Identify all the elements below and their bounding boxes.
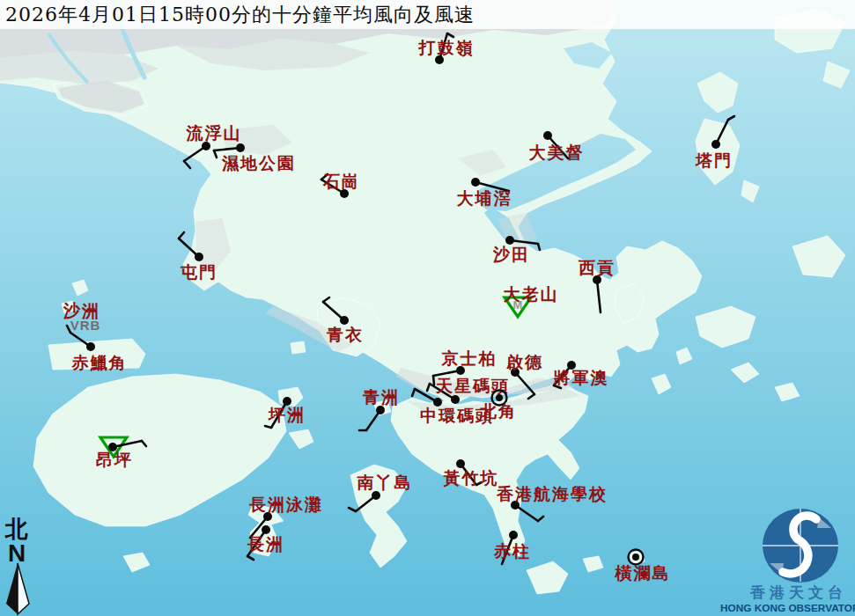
station-label-kai-tak: 啟德 bbox=[505, 352, 543, 371]
north-compass: 北 N bbox=[4, 516, 29, 614]
hko-logo-chinese-name: 香港天文台 bbox=[749, 583, 847, 601]
station-label-cheung-chau-beach: 長洲泳灘 bbox=[248, 495, 323, 514]
station-dot bbox=[509, 531, 518, 539]
station-label-ta-kwu-ling: 打鼓嶺 bbox=[418, 38, 475, 57]
island-ma-wan bbox=[291, 341, 306, 354]
station-label-sha-tin: 沙田 bbox=[492, 245, 530, 264]
station-label-stanley: 赤柱 bbox=[493, 541, 531, 561]
station-label-tap-mun: 塔門 bbox=[695, 150, 733, 170]
station-label-tai-mei-tuk: 大美督 bbox=[529, 143, 585, 162]
station-label-cheung-chau: 長洲 bbox=[247, 534, 284, 554]
station-label-star-ferry-pier: 天星碼頭 bbox=[435, 376, 510, 395]
station-label-tai-po-kau: 大埔滘 bbox=[457, 188, 512, 208]
map-title: 2026年4月01日15時00分的十分鐘平均風向及風速 bbox=[0, 0, 855, 29]
station-label-shek-kong: 石崗 bbox=[322, 172, 360, 191]
station-label-tuen-mun: 屯門 bbox=[180, 262, 217, 282]
station-dot bbox=[262, 525, 270, 534]
station-dot bbox=[340, 316, 349, 325]
station-sub-sha-chau: VRB bbox=[70, 318, 101, 333]
compass-n-label: N bbox=[8, 539, 26, 567]
station-label-wetland-park: 濕地公園 bbox=[221, 153, 296, 172]
station-dot bbox=[451, 395, 460, 404]
station-dot bbox=[202, 142, 210, 150]
station-label-sai-kung: 西貢 bbox=[578, 258, 615, 277]
station-label-kings-park: 京士柏 bbox=[441, 348, 498, 368]
wind-map-page: 打鼓嶺流浮山濕地公園石崗屯門大美督塔門大埔滘沙田西貢M大老山沙洲VRB赤鱲角青衣… bbox=[0, 0, 855, 616]
station-dot bbox=[456, 459, 465, 468]
title-bar: 2026年4月01日15時00分的十分鐘平均風向及風速 bbox=[0, 0, 855, 29]
hong-kong-wind-map: 打鼓嶺流浮山濕地公園石崗屯門大美督塔門大埔滘沙田西貢M大老山沙洲VRB赤鱲角青衣… bbox=[0, 0, 855, 616]
hko-logo-english-name: HONG KONG OBSERVATORY bbox=[720, 602, 855, 614]
wind-barb-feather bbox=[433, 376, 434, 385]
station-dot bbox=[376, 406, 385, 414]
station-dot bbox=[372, 491, 380, 500]
station-dot bbox=[632, 554, 639, 561]
station-label-hk-sea-school: 香港航海學校 bbox=[496, 484, 608, 503]
station-dot bbox=[505, 236, 514, 245]
station-dot bbox=[471, 178, 480, 187]
station-dot bbox=[711, 140, 720, 149]
station-dot bbox=[496, 394, 503, 401]
station-dot bbox=[195, 253, 203, 261]
station-label-wong-chuk-hang: 黃竹坑 bbox=[443, 468, 499, 488]
station-label-lau-fau-shan: 流浮山 bbox=[186, 123, 242, 143]
station-dot bbox=[236, 143, 245, 152]
station-dot bbox=[86, 342, 95, 351]
station-label-waglan-island: 橫瀾島 bbox=[615, 563, 671, 583]
station-label-peng-chau: 坪洲 bbox=[268, 405, 306, 424]
station-label-tseung-kwan-o: 將軍澳 bbox=[553, 368, 609, 387]
station-label-tates-cairn: 大老山 bbox=[504, 284, 559, 304]
station-label-green-island: 青洲 bbox=[362, 387, 400, 407]
station-label-tsing-yi: 青衣 bbox=[326, 325, 364, 344]
station-label-lamma-island: 南丫島 bbox=[357, 473, 413, 492]
station-label-ngong-ping: 昂坪 bbox=[96, 450, 133, 469]
compass-zh-label: 北 bbox=[4, 516, 28, 542]
station-label-chek-lap-kok: 赤鱲角 bbox=[71, 353, 128, 372]
station-label-north-point: 北角 bbox=[479, 401, 517, 421]
station-dot bbox=[543, 131, 552, 140]
